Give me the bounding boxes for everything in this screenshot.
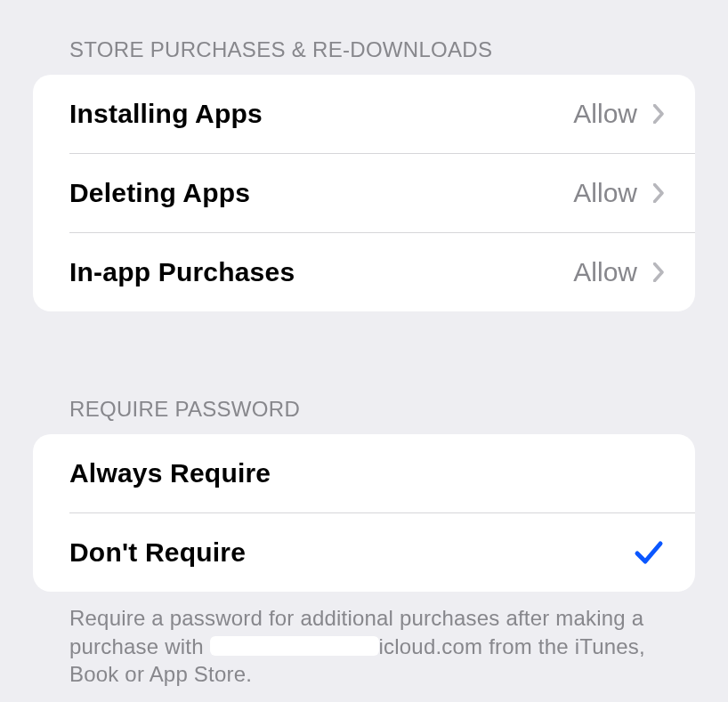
row-label: Installing Apps [69, 99, 573, 129]
row-deleting-apps[interactable]: Deleting Apps Allow [33, 154, 695, 232]
checkmark-icon [634, 537, 664, 568]
row-label: Deleting Apps [69, 178, 573, 208]
row-value: Allow [573, 99, 637, 129]
redacted-email-localpart [210, 636, 379, 656]
password-section-footer: Require a password for additional purcha… [0, 592, 728, 689]
row-label: Don't Require [69, 537, 634, 568]
row-value: Allow [573, 257, 637, 287]
row-label: In-app Purchases [69, 257, 573, 287]
store-section-header: Store Purchases & Re-downloads [0, 37, 728, 75]
footer-domain: icloud.com [379, 634, 483, 658]
chevron-right-icon [653, 183, 664, 203]
chevron-right-icon [653, 262, 664, 282]
row-always-require[interactable]: Always Require [33, 434, 695, 512]
chevron-right-icon [653, 104, 664, 124]
password-section-card: Always Require Don't Require [33, 434, 695, 592]
row-dont-require[interactable]: Don't Require [33, 513, 695, 592]
row-in-app-purchases[interactable]: In-app Purchases Allow [33, 233, 695, 311]
store-section-card: Installing Apps Allow Deleting Apps Allo… [33, 75, 695, 311]
row-label: Always Require [69, 458, 664, 488]
row-installing-apps[interactable]: Installing Apps Allow [33, 75, 695, 153]
password-section-header: Require Password [0, 397, 728, 434]
row-value: Allow [573, 178, 637, 208]
